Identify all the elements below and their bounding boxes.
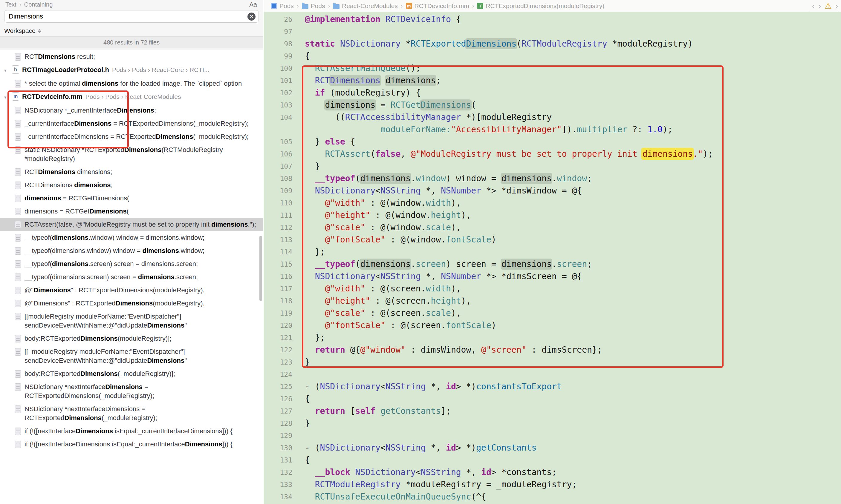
code-line[interactable]: 122 return @{@"window" : dimsWindow, @"s…	[263, 344, 841, 356]
code-line[interactable]: 99{	[263, 50, 841, 62]
code-line[interactable]: 133 RCTModuleRegistry *moduleRegistry = …	[263, 478, 841, 490]
code-line[interactable]: 102 if (moduleRegistry) {	[263, 87, 841, 99]
search-result-row[interactable]: __typeof(dimensions.screen) screen = dim…	[0, 271, 263, 284]
code-line[interactable]: 130- (NSDictionary<NSString *, id> *)get…	[263, 442, 841, 454]
code-line[interactable]: 111 @"height" : @(window.height),	[263, 209, 841, 221]
snippet-icon	[15, 182, 21, 189]
search-result-row[interactable]: RCTDimensions dimensions;	[0, 165, 263, 179]
code-line[interactable]: 109 NSDictionary<NSString *, NSNumber *>…	[263, 184, 841, 197]
search-result-row[interactable]: __typeof(dimensions.window) window = dim…	[0, 231, 263, 244]
code-line[interactable]: 117 @"width" : @(screen.width),	[263, 283, 841, 295]
code-line[interactable]: 105 } else {	[263, 136, 841, 148]
match-text: __typeof(dimensions.screen) screen = dim…	[24, 273, 260, 282]
search-result-row[interactable]: __typeof(dimensions.window) window = dim…	[0, 244, 263, 257]
code-line[interactable]: 128}	[263, 417, 841, 429]
related-items-chevron-icon[interactable]: ›	[835, 2, 838, 10]
breadcrumb-item[interactable]: ƒRCTExportedDimensions(moduleRegistry)	[477, 2, 604, 10]
breadcrumb-item[interactable]: Pods	[271, 2, 294, 10]
search-result-row[interactable]: dimensions = RCTGetDimensions(	[0, 205, 263, 218]
disclosure-triangle-icon[interactable]: ▾	[4, 66, 10, 75]
search-result-row[interactable]: body:RCTExportedDimensions(_moduleRegist…	[0, 367, 263, 380]
search-field[interactable]: ×	[4, 10, 259, 23]
disclosure-triangle-icon[interactable]: ▾	[4, 92, 10, 102]
code-line[interactable]: 125- (NSDictionary<NSString *, id> *)con…	[263, 380, 841, 393]
code-line[interactable]: 104 ((RCTAccessibilityManager *)[moduleR…	[263, 111, 841, 123]
forward-icon[interactable]: ›	[818, 2, 821, 10]
search-result-row[interactable]: __typeof(dimensions.screen) screen = dim…	[0, 257, 263, 271]
find-scope-bar: Text › Containing Aa	[0, 0, 263, 9]
code-line[interactable]: 118 @"height" : @(screen.height),	[263, 295, 841, 307]
snippet-icon	[15, 146, 21, 154]
code-area[interactable]: 26@implementation RCTDeviceInfo {9798sta…	[263, 12, 841, 504]
search-result-row[interactable]: RCTAssert(false, @"ModuleRegistry must b…	[0, 218, 263, 231]
code-line[interactable]: 115 __typeof(dimensions.screen) screen =…	[263, 258, 841, 270]
scope-containing[interactable]: Containing	[24, 1, 53, 8]
search-result-row[interactable]: if (!([nextInterfaceDimensions isEqual:_…	[0, 425, 263, 438]
code-line[interactable]: 127 return [self getConstants];	[263, 405, 841, 417]
search-result-row[interactable]: @"Dimensions" : RCTExportedDimensions(mo…	[0, 297, 263, 310]
code-line[interactable]: 121 };	[263, 331, 841, 344]
code-line[interactable]: 116 NSDictionary<NSString *, NSNumber *>…	[263, 270, 841, 283]
code-line[interactable]: 110 @"width" : @(window.width),	[263, 197, 841, 209]
search-scope-popup[interactable]: Workspace	[0, 25, 263, 36]
code-line[interactable]: 132 __block NSDictionary<NSString *, id>…	[263, 466, 841, 478]
search-result-row[interactable]: @"Dimensions" : RCTExportedDimensions(mo…	[0, 284, 263, 297]
line-number: 110	[263, 199, 292, 207]
line-number: 127	[263, 407, 292, 415]
code-line[interactable]: 100 RCTAssertMainQueue();	[263, 62, 841, 74]
code-line[interactable]: moduleForName:"AccessibilityManager"]).m…	[263, 123, 841, 136]
code-line[interactable]: 101 RCTDimensions dimensions;	[263, 74, 841, 87]
file-result-row[interactable]: ▾hRCTImageLoaderProtocol.hPods › Pods › …	[0, 63, 263, 77]
scope-text[interactable]: Text	[5, 1, 16, 8]
search-result-row[interactable]: _currentInterfaceDimensions = RCTExporte…	[0, 117, 263, 130]
file-result-row[interactable]: ▾mRCTDeviceInfo.mmPods › Pods › React-Co…	[0, 90, 263, 104]
search-result-row[interactable]: dimensions = RCTGetDimensions(	[0, 192, 263, 205]
code-line[interactable]: 134 RCTUnsafeExecuteOnMainQueueSync(^{	[263, 490, 841, 503]
match-case-button[interactable]: Aa	[249, 1, 257, 8]
search-result-row[interactable]: NSDictionary *_currentInterfaceDimension…	[0, 104, 263, 117]
breadcrumb-item[interactable]: mRCTDeviceInfo.mm	[406, 2, 469, 10]
code-line[interactable]: 108 __typeof(dimensions.window) window =…	[263, 172, 841, 184]
code-line[interactable]: 126{	[263, 393, 841, 405]
code-line[interactable]: 103 dimensions = RCTGetDimensions(	[263, 99, 841, 111]
code-line[interactable]: 124	[263, 368, 841, 380]
code-line[interactable]: 97	[263, 25, 841, 38]
code-line[interactable]: 129	[263, 429, 841, 442]
match-text: if (!([nextInterfaceDimensions isEqual:_…	[24, 427, 260, 436]
code-line[interactable]: 114 };	[263, 246, 841, 258]
code-line[interactable]: 119 @"scale" : @(screen.scale),	[263, 307, 841, 319]
code-line[interactable]: 131{	[263, 454, 841, 466]
breadcrumb-label: RCTDeviceInfo.mm	[414, 2, 469, 10]
sidebar-scrollbar[interactable]	[259, 236, 262, 301]
code-line[interactable]: 123}	[263, 356, 841, 368]
code-line[interactable]: 112 @"scale" : @(window.scale),	[263, 221, 841, 233]
search-result-row[interactable]: _currentInterfaceDimensions = RCTExporte…	[0, 130, 263, 143]
clear-search-icon[interactable]: ×	[247, 13, 256, 21]
snippet-icon	[15, 313, 21, 320]
breadcrumb-item[interactable]: React-CoreModules	[333, 2, 398, 10]
search-result-row[interactable]: RCTDimensions dimensions;	[0, 179, 263, 192]
back-icon[interactable]: ‹	[812, 2, 815, 10]
code-line[interactable]: 107 }	[263, 160, 841, 172]
code-line[interactable]: 106 RCTAssert(false, @"ModuleRegistry mu…	[263, 148, 841, 160]
code-line[interactable]: 113 @"fontScale" : @(window.fontScale)	[263, 233, 841, 246]
search-result-row[interactable]: body:RCTExportedDimensions(moduleRegistr…	[0, 332, 263, 345]
search-result-row[interactable]: if (!([nextInterfaceDimensions isEqual:_…	[0, 438, 263, 451]
search-result-row[interactable]: RCTDimensions result;	[0, 50, 263, 63]
match-text: _currentInterfaceDimensions = RCTExporte…	[24, 119, 260, 128]
code-line[interactable]: 120 @"fontScale" : @(screen.fontScale)	[263, 319, 841, 331]
search-result-row[interactable]: NSDictionary *nextInterfaceDimensions = …	[0, 402, 263, 425]
code-line[interactable]: 98static NSDictionary *RCTExportedDimens…	[263, 38, 841, 50]
search-result-row[interactable]: [[moduleRegistry moduleForName:"EventDis…	[0, 310, 263, 332]
breadcrumb-item[interactable]: Pods	[302, 2, 325, 10]
code-line[interactable]: 135 constants = @{	[263, 503, 841, 504]
search-result-row[interactable]: * select the optimal dimensions for the …	[0, 77, 263, 90]
code-line[interactable]: 26@implementation RCTDeviceInfo {	[263, 13, 841, 25]
search-input[interactable]	[8, 13, 247, 20]
search-result-row[interactable]: NSDictionary *nextInterfaceDimensions = …	[0, 380, 263, 402]
warning-triangle-icon[interactable]: ⚠	[825, 2, 831, 10]
line-number: 97	[263, 28, 292, 36]
search-result-row[interactable]: static NSDictionary *RCTExportedDimensio…	[0, 143, 263, 165]
search-result-row[interactable]: [[_moduleRegistry moduleForName:"EventDi…	[0, 345, 263, 367]
snippet-icon	[15, 348, 21, 356]
